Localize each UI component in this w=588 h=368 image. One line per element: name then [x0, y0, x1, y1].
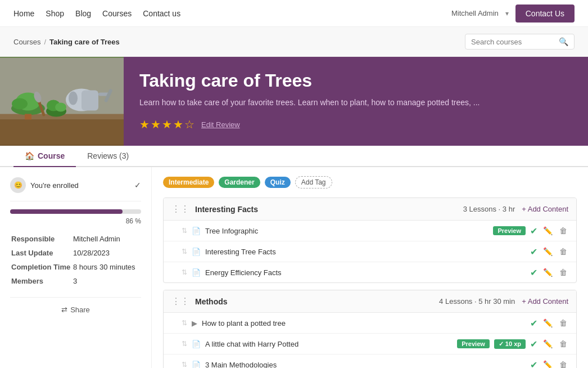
admin-label[interactable]: Mitchell Admin: [451, 9, 499, 17]
doc-icon: 📄: [192, 248, 201, 256]
lesson-right: ✔ ✏️ 🗑: [530, 317, 568, 329]
section-methods: ⋮⋮ Methods 4 Lessons · 5 hr 30 min + Add…: [163, 290, 577, 368]
info-row-members: Members 3: [10, 274, 141, 288]
section-header-left-2: ⋮⋮ Methods: [171, 296, 228, 307]
navigation: Home Shop Blog Courses Contact us Mitche…: [0, 0, 588, 27]
drag-handle-icon-2[interactable]: ⋮⋮: [171, 296, 189, 307]
xp-badge: ✓ 10 xp: [494, 339, 526, 349]
progress-bar-fill: [10, 209, 123, 214]
preview-badge: Preview: [457, 339, 490, 348]
doc-icon: 📄: [192, 227, 201, 235]
section-header-right-2: 4 Lessons · 5 hr 30 min + Add Content: [439, 297, 568, 306]
lesson-title: Interesting Tree Facts: [205, 248, 276, 256]
lesson-check-icon[interactable]: ✔: [530, 318, 537, 329]
lesson-drag-icon[interactable]: ⇅: [182, 248, 187, 255]
hero-image: [0, 57, 124, 146]
lesson-left: ⇅ 📄 Energy Efficiency Facts: [182, 268, 282, 277]
hero-content: Taking care of Trees Learn how to take c…: [124, 57, 588, 146]
tag-gardener: Gardener: [219, 177, 260, 188]
admin-chevron-icon: ▾: [505, 10, 509, 17]
share-button[interactable]: ⇄ Share: [61, 306, 90, 314]
lesson-right: ✔ ✏️ 🗑: [530, 246, 568, 257]
lesson-drag-icon[interactable]: ⇅: [182, 361, 187, 368]
lesson-drag-icon[interactable]: ⇅: [182, 340, 187, 348]
breadcrumb-current: Taking care of Trees: [49, 38, 120, 46]
lesson-check-icon[interactable]: ✔: [530, 226, 537, 236]
content-area: Intermediate Gardener Quiz Add Tag ⋮⋮ In…: [152, 167, 588, 368]
search-input[interactable]: [471, 38, 555, 46]
svg-rect-9: [82, 91, 98, 111]
drag-handle-icon-1[interactable]: ⋮⋮: [171, 204, 189, 214]
svg-point-5: [12, 98, 28, 110]
lesson-left: ⇅ ▶ How to plant a potted tree: [182, 319, 286, 327]
lesson-left: ⇅ 📄 Interesting Tree Facts: [182, 248, 276, 256]
lesson-row: ⇅ 📄 Energy Efficiency Facts ✔ ✏️ 🗑: [164, 262, 576, 282]
lesson-row: ⇅ ▶ How to plant a potted tree ✔ ✏️ 🗑: [164, 313, 576, 334]
nav-home[interactable]: Home: [13, 9, 34, 18]
tab-course[interactable]: 🏠 Course: [13, 146, 76, 167]
responsible-label: Responsible: [10, 232, 72, 246]
lesson-check-icon[interactable]: ✔: [530, 339, 537, 349]
completion-label: Completion Time: [10, 260, 72, 274]
search-icon: 🔍: [559, 37, 568, 46]
doc-icon: 📄: [192, 340, 201, 348]
members-label: Members: [10, 274, 72, 288]
lesson-check-icon[interactable]: ✔: [530, 360, 537, 369]
lesson-drag-icon[interactable]: ⇅: [182, 319, 187, 327]
add-content-button-section-1[interactable]: + Add Content: [522, 205, 568, 213]
lesson-left: ⇅ 📄 A little chat with Harry Potted: [182, 340, 298, 348]
breadcrumb: Courses / Taking care of Trees 🔍: [0, 27, 588, 57]
tab-reviews[interactable]: Reviews (3): [76, 146, 140, 167]
edit-review-link[interactable]: Edit Review: [201, 120, 240, 129]
tag-intermediate: Intermediate: [163, 177, 214, 188]
lesson-right: ✔ ✏️ 🗑: [530, 267, 568, 278]
tab-course-label: Course: [38, 151, 65, 160]
last-update-value: 10/28/2023: [72, 246, 141, 260]
lesson-check-icon[interactable]: ✔: [530, 246, 537, 257]
lesson-row: ⇅ 📄 Tree Infographic Preview ✔ ✏️ 🗑: [164, 221, 576, 241]
lessons-info-1: 3 Lessons · 3 hr: [463, 205, 515, 213]
nav-courses[interactable]: Courses: [102, 9, 132, 18]
completion-value: 8 hours 30 minutes: [72, 260, 141, 274]
contact-us-button[interactable]: Contact Us: [515, 5, 575, 23]
video-icon: ▶: [192, 319, 197, 327]
enrolled-left: 😊 You're enrolled: [10, 177, 79, 193]
edit-icon[interactable]: ✏️: [542, 246, 554, 257]
lesson-title: How to plant a potted tree: [202, 319, 286, 327]
delete-icon[interactable]: 🗑: [558, 267, 568, 278]
section-header-1: ⋮⋮ Interesting Facts 3 Lessons · 3 hr + …: [164, 198, 576, 221]
share-row: ⇄ Share: [10, 297, 141, 314]
delete-icon[interactable]: 🗑: [558, 359, 568, 368]
search-box[interactable]: 🔍: [465, 34, 575, 50]
nav-shop[interactable]: Shop: [46, 9, 64, 18]
edit-icon[interactable]: ✏️: [542, 359, 554, 368]
svg-point-12: [69, 92, 78, 105]
enrolled-row: 😊 You're enrolled ✓: [10, 177, 141, 201]
delete-icon[interactable]: 🗑: [558, 317, 568, 329]
nav-contact[interactable]: Contact us: [143, 9, 180, 18]
lesson-drag-icon[interactable]: ⇅: [182, 227, 187, 235]
lesson-check-icon[interactable]: ✔: [530, 267, 537, 278]
hero-rating: ★★★★☆ Edit Review: [139, 118, 572, 131]
home-icon: 🏠: [25, 151, 34, 160]
breadcrumb-separator: /: [44, 38, 46, 46]
delete-icon[interactable]: 🗑: [558, 246, 568, 257]
nav-blog[interactable]: Blog: [75, 9, 91, 18]
edit-icon[interactable]: ✏️: [542, 225, 554, 236]
hero-section: Taking care of Trees Learn how to take c…: [0, 57, 588, 146]
tags-row: Intermediate Gardener Quiz Add Tag: [163, 176, 577, 189]
lesson-right: Preview ✓ 10 xp ✔ ✏️ 🗑: [457, 338, 568, 349]
add-tag-button[interactable]: Add Tag: [295, 176, 332, 189]
edit-icon[interactable]: ✏️: [542, 338, 554, 349]
section-header-right-1: 3 Lessons · 3 hr + Add Content: [463, 205, 568, 213]
edit-icon[interactable]: ✏️: [542, 267, 554, 278]
add-content-button-section-2[interactable]: + Add Content: [522, 297, 568, 306]
responsible-value: Mitchell Admin: [72, 232, 141, 246]
breadcrumb-parent[interactable]: Courses: [13, 38, 40, 46]
lesson-drag-icon[interactable]: ⇅: [182, 268, 187, 276]
delete-icon[interactable]: 🗑: [558, 225, 568, 236]
delete-icon[interactable]: 🗑: [558, 338, 568, 349]
info-row-responsible: Responsible Mitchell Admin: [10, 232, 141, 246]
enrolled-check-icon: ✓: [134, 181, 141, 190]
edit-icon[interactable]: ✏️: [542, 317, 554, 329]
